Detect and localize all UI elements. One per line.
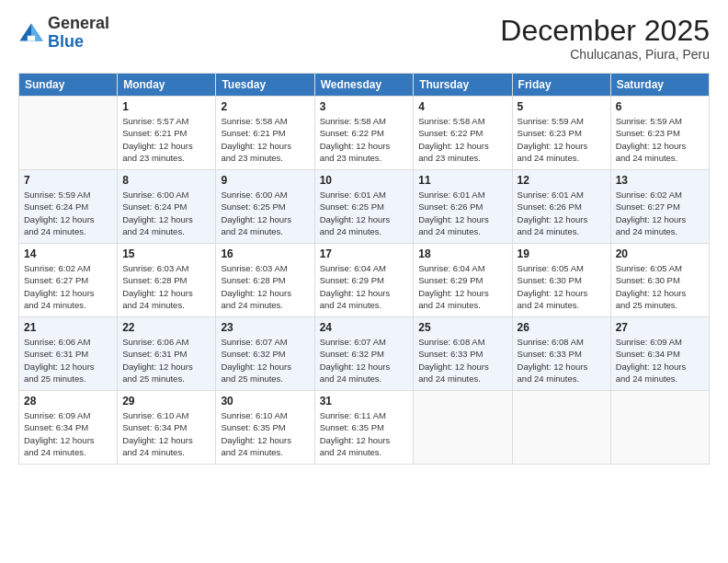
calendar-week-row: 21Sunrise: 6:06 AMSunset: 6:31 PMDayligh… xyxy=(19,317,710,391)
day-number: 16 xyxy=(221,247,309,260)
day-number: 2 xyxy=(221,100,309,113)
day-number: 21 xyxy=(24,321,112,334)
day-info: Sunrise: 6:04 AMSunset: 6:29 PMDaylight:… xyxy=(320,262,409,311)
day-number: 30 xyxy=(221,395,309,408)
day-info: Sunrise: 6:02 AMSunset: 6:27 PMDaylight:… xyxy=(616,189,704,237)
day-info: Sunrise: 6:00 AMSunset: 6:24 PMDaylight:… xyxy=(122,189,210,237)
table-row: 9Sunrise: 6:00 AMSunset: 6:25 PMDaylight… xyxy=(216,170,314,244)
table-row: 13Sunrise: 6:02 AMSunset: 6:27 PMDayligh… xyxy=(610,170,709,244)
day-number: 3 xyxy=(320,100,409,113)
day-number: 12 xyxy=(518,174,606,187)
table-row: 3Sunrise: 5:58 AMSunset: 6:22 PMDaylight… xyxy=(314,97,414,170)
day-info: Sunrise: 5:59 AMSunset: 6:23 PMDaylight:… xyxy=(616,115,704,164)
day-info: Sunrise: 6:00 AMSunset: 6:25 PMDaylight:… xyxy=(221,189,309,237)
day-info: Sunrise: 5:59 AMSunset: 6:23 PMDaylight:… xyxy=(518,115,606,164)
logo-general-text: General xyxy=(48,14,109,32)
day-info: Sunrise: 6:10 AMSunset: 6:35 PMDaylight:… xyxy=(221,409,309,458)
day-number: 14 xyxy=(24,247,112,260)
day-number: 26 xyxy=(518,321,606,334)
day-info: Sunrise: 6:09 AMSunset: 6:34 PMDaylight:… xyxy=(24,409,112,458)
header-saturday: Saturday xyxy=(610,74,709,97)
day-number: 24 xyxy=(320,321,409,334)
table-row: 26Sunrise: 6:08 AMSunset: 6:33 PMDayligh… xyxy=(512,317,610,391)
table-row: 5Sunrise: 5:59 AMSunset: 6:23 PMDaylight… xyxy=(512,97,610,170)
day-number: 22 xyxy=(122,321,210,334)
day-number: 17 xyxy=(320,247,409,260)
day-number: 1 xyxy=(122,100,210,113)
table-row: 31Sunrise: 6:11 AMSunset: 6:35 PMDayligh… xyxy=(314,391,414,465)
day-info: Sunrise: 6:01 AMSunset: 6:26 PMDaylight:… xyxy=(518,189,606,237)
table-row: 29Sunrise: 6:10 AMSunset: 6:34 PMDayligh… xyxy=(118,391,216,465)
table-row: 8Sunrise: 6:00 AMSunset: 6:24 PMDaylight… xyxy=(118,170,216,244)
svg-rect-2 xyxy=(28,36,35,41)
logo: General Blue xyxy=(18,15,109,52)
day-info: Sunrise: 6:10 AMSunset: 6:34 PMDaylight:… xyxy=(122,409,210,458)
location-subtitle: Chulucanas, Piura, Peru xyxy=(500,47,710,62)
table-row xyxy=(512,391,610,465)
calendar-week-row: 14Sunrise: 6:02 AMSunset: 6:27 PMDayligh… xyxy=(19,244,710,317)
table-row: 7Sunrise: 5:59 AMSunset: 6:24 PMDaylight… xyxy=(19,170,118,244)
header-monday: Monday xyxy=(118,74,216,97)
day-info: Sunrise: 5:58 AMSunset: 6:22 PMDaylight:… xyxy=(320,115,409,164)
table-row: 16Sunrise: 6:03 AMSunset: 6:28 PMDayligh… xyxy=(216,244,314,317)
calendar-week-row: 7Sunrise: 5:59 AMSunset: 6:24 PMDaylight… xyxy=(19,170,710,244)
day-number: 27 xyxy=(616,321,704,334)
table-row: 19Sunrise: 6:05 AMSunset: 6:30 PMDayligh… xyxy=(512,244,610,317)
day-number: 10 xyxy=(320,174,409,187)
table-row: 20Sunrise: 6:05 AMSunset: 6:30 PMDayligh… xyxy=(610,244,709,317)
day-info: Sunrise: 6:04 AMSunset: 6:29 PMDaylight:… xyxy=(418,262,506,311)
table-row: 2Sunrise: 5:58 AMSunset: 6:21 PMDaylight… xyxy=(216,97,314,170)
day-info: Sunrise: 6:01 AMSunset: 6:25 PMDaylight:… xyxy=(320,189,409,237)
day-number: 13 xyxy=(616,174,704,187)
day-number: 6 xyxy=(616,100,704,113)
day-number: 4 xyxy=(418,100,506,113)
table-row: 15Sunrise: 6:03 AMSunset: 6:28 PMDayligh… xyxy=(118,244,216,317)
day-info: Sunrise: 6:03 AMSunset: 6:28 PMDaylight:… xyxy=(122,262,210,311)
day-info: Sunrise: 6:06 AMSunset: 6:31 PMDaylight:… xyxy=(122,336,210,385)
day-info: Sunrise: 6:01 AMSunset: 6:26 PMDaylight:… xyxy=(418,189,506,237)
month-title: December 2025 xyxy=(500,15,710,47)
day-info: Sunrise: 6:08 AMSunset: 6:33 PMDaylight:… xyxy=(518,336,606,385)
day-number: 20 xyxy=(616,247,704,260)
day-number: 23 xyxy=(221,321,309,334)
calendar-week-row: 1Sunrise: 5:57 AMSunset: 6:21 PMDaylight… xyxy=(19,97,710,170)
day-info: Sunrise: 5:59 AMSunset: 6:24 PMDaylight:… xyxy=(24,189,112,237)
header-thursday: Thursday xyxy=(414,74,512,97)
title-block: December 2025 Chulucanas, Piura, Peru xyxy=(500,15,710,62)
header-sunday: Sunday xyxy=(19,74,118,97)
day-number: 19 xyxy=(518,247,606,260)
day-info: Sunrise: 6:08 AMSunset: 6:33 PMDaylight:… xyxy=(418,336,506,385)
table-row: 28Sunrise: 6:09 AMSunset: 6:34 PMDayligh… xyxy=(19,391,118,465)
day-number: 31 xyxy=(320,395,409,408)
day-number: 5 xyxy=(518,100,606,113)
day-number: 18 xyxy=(418,247,506,260)
day-number: 25 xyxy=(418,321,506,334)
day-number: 29 xyxy=(122,395,210,408)
table-row: 24Sunrise: 6:07 AMSunset: 6:32 PMDayligh… xyxy=(314,317,414,391)
day-info: Sunrise: 6:05 AMSunset: 6:30 PMDaylight:… xyxy=(518,262,606,311)
day-info: Sunrise: 5:58 AMSunset: 6:21 PMDaylight:… xyxy=(221,115,309,164)
day-info: Sunrise: 5:57 AMSunset: 6:21 PMDaylight:… xyxy=(122,115,210,164)
page-header: General Blue December 2025 Chulucanas, P… xyxy=(18,15,710,62)
day-info: Sunrise: 6:03 AMSunset: 6:28 PMDaylight:… xyxy=(221,262,309,311)
header-friday: Friday xyxy=(512,74,610,97)
table-row: 27Sunrise: 6:09 AMSunset: 6:34 PMDayligh… xyxy=(610,317,709,391)
day-info: Sunrise: 6:07 AMSunset: 6:32 PMDaylight:… xyxy=(221,336,309,385)
table-row: 12Sunrise: 6:01 AMSunset: 6:26 PMDayligh… xyxy=(512,170,610,244)
table-row: 25Sunrise: 6:08 AMSunset: 6:33 PMDayligh… xyxy=(414,317,512,391)
table-row: 18Sunrise: 6:04 AMSunset: 6:29 PMDayligh… xyxy=(414,244,512,317)
day-info: Sunrise: 6:02 AMSunset: 6:27 PMDaylight:… xyxy=(24,262,112,311)
day-info: Sunrise: 6:07 AMSunset: 6:32 PMDaylight:… xyxy=(320,336,409,385)
table-row: 23Sunrise: 6:07 AMSunset: 6:32 PMDayligh… xyxy=(216,317,314,391)
day-number: 7 xyxy=(24,174,112,187)
weekday-header-row: Sunday Monday Tuesday Wednesday Thursday… xyxy=(19,74,710,97)
day-info: Sunrise: 6:09 AMSunset: 6:34 PMDaylight:… xyxy=(616,336,704,385)
table-row xyxy=(610,391,709,465)
table-row: 6Sunrise: 5:59 AMSunset: 6:23 PMDaylight… xyxy=(610,97,709,170)
table-row: 14Sunrise: 6:02 AMSunset: 6:27 PMDayligh… xyxy=(19,244,118,317)
table-row: 21Sunrise: 6:06 AMSunset: 6:31 PMDayligh… xyxy=(19,317,118,391)
table-row: 30Sunrise: 6:10 AMSunset: 6:35 PMDayligh… xyxy=(216,391,314,465)
logo-icon xyxy=(18,20,44,46)
day-info: Sunrise: 6:06 AMSunset: 6:31 PMDaylight:… xyxy=(24,336,112,385)
table-row xyxy=(414,391,512,465)
